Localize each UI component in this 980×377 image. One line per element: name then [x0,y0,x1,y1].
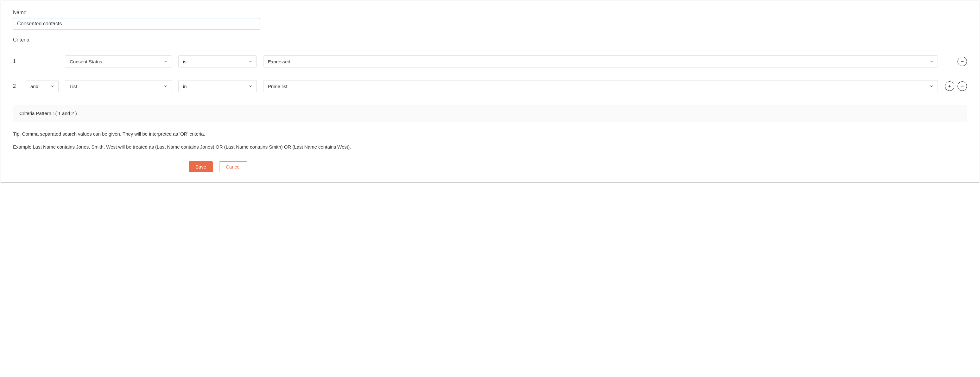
row-actions [944,81,967,91]
operator-select[interactable]: in [178,80,257,92]
criteria-section: Criteria 1 Consent Status is [13,37,967,173]
row-number: 2 [13,83,19,89]
field-select[interactable]: List [65,80,172,92]
add-row-button[interactable] [945,81,955,91]
value-select-value: Prime list [268,84,288,89]
field-select[interactable]: Consent Status [65,56,172,67]
criteria-row: 1 Consent Status is Expressed [13,56,967,67]
chevron-down-icon [929,84,934,88]
row-number: 1 [13,59,19,64]
chevron-down-icon [929,59,934,64]
cancel-button[interactable]: Cancel [219,161,247,173]
field-select-value: List [70,84,77,89]
criteria-row: 2 and List in [13,80,967,92]
chevron-down-icon [248,59,253,64]
chevron-down-icon [163,84,168,88]
example-text: Example Last Name contains Jones, Smith,… [13,144,967,151]
pattern-value: ( 1 and 2 ) [55,110,76,116]
value-select[interactable]: Expressed [263,56,938,67]
form-container: Name Criteria 1 Consent Status is [1,1,979,183]
criteria-rows: 1 Consent Status is Expressed [13,56,967,92]
chevron-down-icon [50,84,54,88]
operator-select[interactable]: is [178,56,257,67]
criteria-pattern-bar: Criteria Pattern : ( 1 and 2 ) [13,105,967,121]
value-select-value: Expressed [268,59,290,64]
logic-select[interactable]: and [25,80,59,92]
button-row: Save Cancel [189,161,967,173]
logic-col: and [25,80,59,92]
logic-select-value: and [30,84,38,89]
operator-select-value: is [183,59,186,64]
name-label: Name [13,10,967,16]
remove-row-button[interactable] [958,57,967,66]
tip-text: Tip: Comma separated search values can b… [13,131,967,138]
pattern-label: Criteria Pattern : [19,110,54,116]
remove-row-button[interactable] [958,81,967,91]
save-button[interactable]: Save [189,161,213,173]
criteria-label: Criteria [13,37,967,43]
value-select[interactable]: Prime list [263,80,938,92]
chevron-down-icon [248,84,253,88]
field-select-value: Consent Status [70,59,102,64]
name-input[interactable] [13,18,260,29]
chevron-down-icon [163,59,168,64]
operator-select-value: in [183,84,187,89]
row-actions [944,57,967,66]
